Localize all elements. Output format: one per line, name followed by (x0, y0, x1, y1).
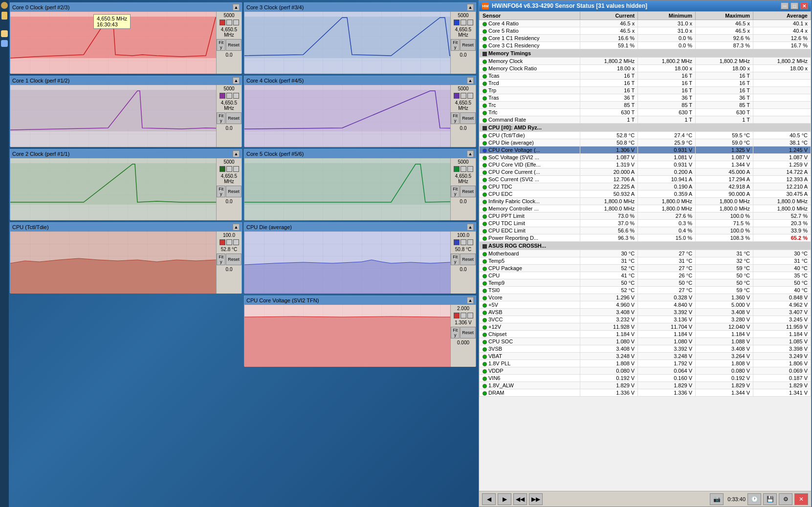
table-row[interactable]: 1.8V_ALW1.829 V1.829 V1.829 V1.829 V (480, 382, 811, 389)
table-row[interactable]: Tcas16 T16 T16 T (480, 72, 811, 80)
table-row[interactable]: CPU TDC Limit37.0 %0.3 %71.5 %20.3 % (480, 220, 811, 227)
color-box-g5[interactable] (226, 239, 232, 245)
fit-btn-5[interactable]: Fit y (451, 112, 460, 124)
table-row[interactable]: +5V4.960 V4.840 V5.000 V4.962 V (480, 301, 811, 309)
color-box-purple[interactable] (219, 93, 225, 99)
close-status-btn[interactable]: ✕ (794, 493, 808, 505)
clock-btn[interactable]: 🕐 (747, 493, 761, 505)
settings-btn[interactable]: ⚙ (779, 493, 792, 505)
table-row[interactable]: Tras36 T36 T36 T (480, 94, 811, 102)
table-row[interactable]: Trc85 T85 T85 T (480, 102, 811, 109)
hwinfo-content[interactable]: Sensor Current Minimum Maximum Average C… (479, 11, 811, 491)
table-row[interactable]: Memory Clock1,800.2 MHz1,800.2 MHz1,800.… (480, 58, 811, 65)
fit-btn[interactable]: Fit y (217, 39, 225, 51)
fit-btn-2[interactable]: Fit y (217, 186, 225, 197)
fit-btn-4[interactable]: Fit y (451, 39, 460, 51)
color-box-gray1[interactable] (226, 20, 232, 25)
graph-tctl-close[interactable]: ▲ (233, 224, 240, 231)
table-row[interactable]: VDDP0.080 V0.064 V0.080 V0.069 V (480, 367, 811, 375)
color-box-r2[interactable] (219, 239, 225, 245)
table-row[interactable]: CPU Core VID (Effe...1.319 V0.931 V1.344… (480, 161, 811, 169)
graph-core0-close[interactable]: ▲ (233, 4, 240, 11)
table-row[interactable]: Temp950 °C50 °C50 °C50 °C (480, 279, 811, 287)
color-box-gray2[interactable] (233, 20, 239, 25)
table-row[interactable]: CPU EDC50.932 A0.359 A90.000 A30.475 A (480, 190, 811, 198)
skip-next-btn[interactable]: ▶▶ (529, 493, 543, 505)
table-row[interactable]: CPU (Tctl/Tdie)52.8 °C27.4 °C59.5 °C40.5… (480, 132, 811, 139)
color-box-g9[interactable] (461, 93, 466, 99)
table-row[interactable]: CPU SOC1.080 V1.080 V1.088 V1.085 V (480, 338, 811, 345)
color-box-g16[interactable] (467, 313, 473, 318)
table-row[interactable]: TSI052 °C27 °C59 °C40 °C (480, 287, 811, 294)
table-row[interactable]: CPU Core Current (...20.000 A0.200 A45.0… (480, 169, 811, 176)
reset-btn-6[interactable]: Reset (460, 186, 476, 197)
color-box-red[interactable] (219, 20, 225, 25)
fit-btn-8[interactable]: Fit y (451, 327, 460, 338)
table-row[interactable]: CPU TDC22.225 A0.190 A42.918 A12.210 A (480, 183, 811, 190)
table-row[interactable]: Core 3 C1 Residency59.1 %0.0 %87.3 %16.7… (480, 42, 811, 49)
skip-prev-btn[interactable]: ◀◀ (513, 493, 527, 505)
graph-core4-close[interactable]: ▲ (467, 77, 474, 84)
reset-btn-8[interactable]: Reset (460, 327, 476, 338)
table-row[interactable]: SoC Voltage (SVI2 ...1.087 V1.081 V1.087… (480, 154, 811, 161)
next-btn[interactable]: ▶ (498, 493, 511, 505)
graph-voltage-close[interactable]: ▲ (467, 297, 474, 304)
graph-die-close[interactable]: ▲ (467, 224, 474, 231)
table-row[interactable]: Vcore1.296 V0.328 V1.360 V0.848 V (480, 294, 811, 301)
color-box-blue[interactable] (454, 20, 460, 25)
table-row[interactable]: SoC Current (SVI2 ...12.706 A10.941 A17.… (480, 176, 811, 183)
table-row[interactable]: Trp16 T16 T16 T (480, 87, 811, 94)
table-row[interactable]: 1.8V PLL1.808 V1.792 V1.808 V1.806 V (480, 360, 811, 367)
table-row[interactable]: 3VSB3.408 V3.392 V3.408 V3.398 V (480, 345, 811, 353)
color-box-green[interactable] (219, 166, 225, 172)
reset-btn-4[interactable]: Reset (460, 39, 476, 51)
graph-core1-close[interactable]: ▲ (233, 77, 240, 84)
table-row[interactable]: +12V11.928 V11.704 V12.040 V11.959 V (480, 323, 811, 331)
reset-btn-3[interactable]: Reset (226, 254, 241, 265)
table-row[interactable]: VIN60.192 V0.160 V0.192 V0.187 V (480, 375, 811, 382)
color-box-g14[interactable] (467, 239, 473, 245)
graph-core3-close[interactable]: ▲ (467, 4, 474, 11)
reset-btn-7[interactable]: Reset (460, 254, 476, 265)
color-box-g3[interactable] (226, 166, 232, 172)
reset-btn[interactable]: Reset (226, 39, 241, 51)
table-row[interactable]: Command Rate1 T1 T1 T (480, 116, 811, 124)
table-row[interactable]: CPU PPT Limit73.0 %27.6 %100.0 %52.7 % (480, 212, 811, 220)
reset-btn-2[interactable]: Reset (226, 186, 241, 197)
table-row[interactable]: Core 5 Ratio46.5 x31.0 x46.5 x40.4 x (480, 27, 811, 35)
table-row[interactable]: AVSB3.408 V3.392 V3.408 V3.407 V (480, 309, 811, 316)
table-row[interactable]: Memory Controller ...1,800.0 MHz1,800.0 … (480, 205, 811, 212)
table-row[interactable]: Core 1 C1 Residency16.6 %0.0 %92.6 %12.6… (480, 35, 811, 42)
color-box-g4[interactable] (233, 166, 239, 172)
minimize-btn[interactable]: ─ (781, 2, 789, 9)
table-row[interactable]: Motherboard30 °C27 °C31 °C30 °C (480, 250, 811, 257)
fit-btn-7[interactable]: Fit y (451, 254, 460, 265)
table-row[interactable]: Memory Clock Ratio18.00 x18.00 x18.00 x1… (480, 65, 811, 72)
table-row[interactable]: VBAT3.248 V3.248 V3.264 V3.249 V (480, 353, 811, 360)
color-box-g13[interactable] (461, 239, 466, 245)
color-box-purple2[interactable] (454, 93, 460, 99)
color-box-g8[interactable] (467, 20, 473, 25)
table-row[interactable]: CPU Package52 °C27 °C59 °C40 °C (480, 265, 811, 272)
table-row[interactable]: Chipset1.184 V1.184 V1.184 V1.184 V (480, 331, 811, 338)
color-box-g1[interactable] (226, 93, 232, 99)
close-btn[interactable]: ✕ (800, 2, 808, 9)
reset-btn-5[interactable]: Reset (460, 112, 476, 124)
table-row[interactable]: Temp531 °C31 °C32 °C31 °C (480, 257, 811, 265)
graph-core2-close[interactable]: ▲ (233, 150, 240, 157)
table-row[interactable]: CPU Core Voltage (...1.306 V0.931 V1.325… (480, 147, 811, 154)
table-row[interactable]: DRAM1.336 V1.336 V1.344 V1.341 V (480, 389, 811, 397)
table-row[interactable]: Infinity Fabric Clock...1,800.0 MHz1,800… (480, 198, 811, 205)
reset-btn-1[interactable]: Reset (226, 112, 241, 124)
fit-btn-1[interactable]: Fit y (217, 112, 225, 124)
color-box-g10[interactable] (467, 93, 473, 99)
table-row[interactable]: CPU Die (average)50.8 °C25.9 °C59.0 °C38… (480, 139, 811, 147)
color-box-g2[interactable] (233, 93, 239, 99)
table-row[interactable]: 3VCC3.232 V3.136 V3.280 V3.245 V (480, 316, 811, 323)
color-box-red2[interactable] (454, 313, 460, 318)
fit-btn-3[interactable]: Fit y (217, 254, 225, 265)
save-btn[interactable]: 💾 (763, 493, 777, 505)
color-box-green2[interactable] (454, 166, 460, 172)
color-box-blue2[interactable] (454, 239, 460, 245)
color-box-g6[interactable] (233, 239, 239, 245)
